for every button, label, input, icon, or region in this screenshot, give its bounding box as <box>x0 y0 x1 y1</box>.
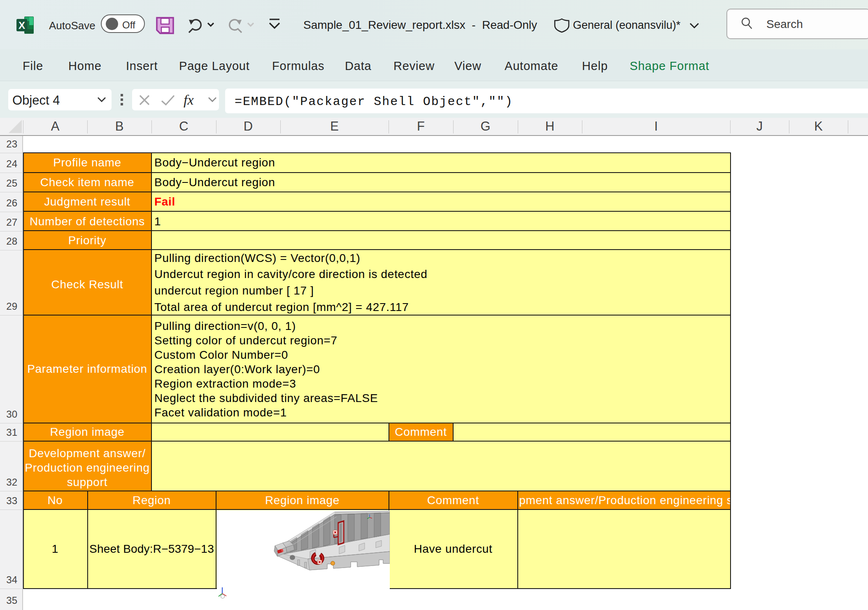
svg-text:X: X <box>19 20 25 31</box>
